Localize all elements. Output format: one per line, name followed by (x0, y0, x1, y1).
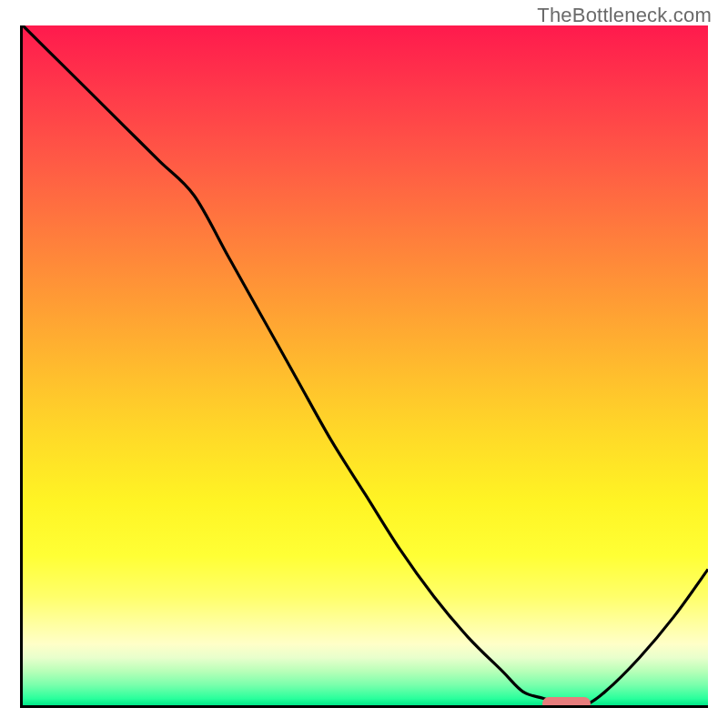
watermark-label: TheBottleneck.com (537, 4, 712, 27)
optimal-marker (542, 697, 591, 708)
plot-area (20, 25, 708, 708)
chart-container: TheBottleneck.com (0, 0, 728, 728)
bottleneck-curve (23, 25, 708, 705)
